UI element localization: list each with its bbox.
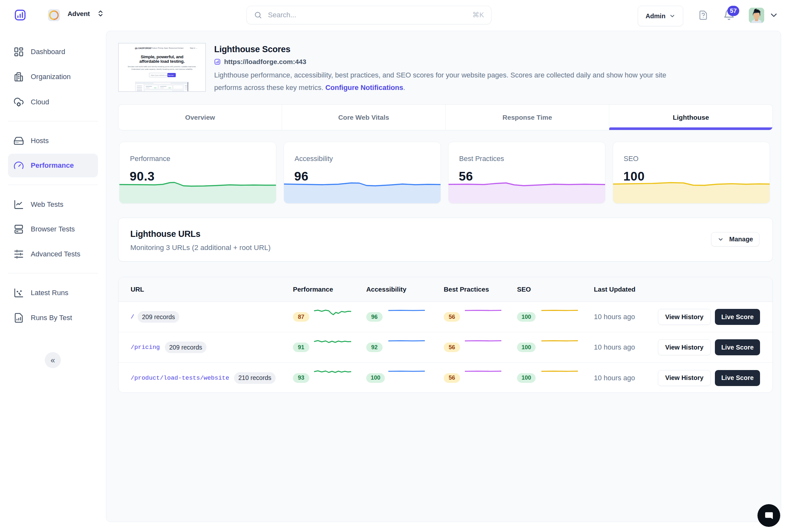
svg-text:◎LOADFORGE: ◎LOADFORGE <box>135 47 151 50</box>
svg-text:Resources: Resources <box>169 47 177 49</box>
svg-text:Pricing: Pricing <box>158 47 163 49</box>
svg-text:Simulate real-world traffic an: Simulate real-world traffic and identify… <box>128 66 196 68</box>
svg-text:affordable load testing.: affordable load testing. <box>139 59 184 64</box>
svg-text:Free test →: Free test → <box>168 75 175 76</box>
svg-text:Apps: Apps <box>164 47 168 49</box>
svg-text:Simple, powerful, and: Simple, powerful, and <box>141 54 183 59</box>
svg-text:Sign in →: Sign in → <box>190 47 198 49</box>
svg-text:Contact: Contact <box>177 47 183 49</box>
svg-text:Product: Product <box>151 47 157 49</box>
svg-text:https://your-website.com: https://your-website.com <box>151 74 168 76</box>
svg-text:Understand your peak capacity,: Understand your peak capacity, identify … <box>131 68 193 70</box>
